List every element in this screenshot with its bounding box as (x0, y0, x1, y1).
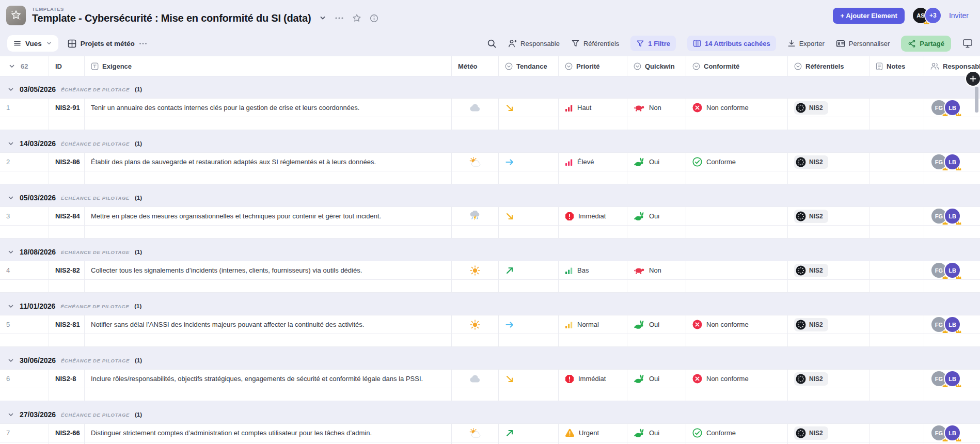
chevron-down-icon[interactable] (319, 14, 326, 22)
table-row[interactable]: 4 NIS2-82 Collecter tous les signalement… (0, 261, 980, 280)
priorite-cell[interactable]: Bas (558, 261, 627, 279)
notes-cell[interactable] (869, 370, 924, 388)
filter-referentiels-button[interactable]: Référentiels (571, 39, 619, 47)
row-id[interactable]: NIS2-82 (49, 261, 84, 279)
notes-cell[interactable] (869, 207, 924, 225)
priorite-cell[interactable]: Haut (558, 99, 627, 117)
exigence-cell[interactable]: Inclure rôles/responsabilités, objectifs… (84, 370, 451, 388)
priorite-cell[interactable]: Élevé (558, 153, 627, 171)
empty-row[interactable] (0, 117, 980, 130)
quickwin-cell[interactable]: Oui (627, 424, 686, 442)
exigence-cell[interactable]: Tenir un annuaire des contacts internes … (84, 99, 451, 117)
conformite-cell[interactable]: Conforme (686, 153, 787, 171)
tendance-cell[interactable] (498, 153, 558, 171)
chevron-down-icon[interactable] (7, 248, 14, 256)
column-header-quickwin[interactable]: Quickwin (627, 56, 686, 76)
referentiels-cell[interactable]: NIS2 (787, 153, 869, 171)
column-header-tendance[interactable]: Tendance (498, 56, 558, 76)
referentiel-tag[interactable]: NIS2 (794, 426, 828, 440)
table-row[interactable]: 2 NIS2-86 Établir des plans de sauvegard… (0, 152, 980, 171)
meteo-cell[interactable] (451, 261, 498, 279)
more-options-icon[interactable] (335, 17, 344, 20)
group-header[interactable]: 05/03/2026 ÉCHÉANCE DE PILOTAGE (1) (0, 189, 980, 207)
tendance-cell[interactable] (498, 99, 558, 117)
group-header[interactable]: 27/03/2026 ÉCHÉANCE DE PILOTAGE (1) (0, 406, 980, 423)
avatar[interactable]: LB (945, 154, 960, 169)
responsable-cell[interactable]: FGLB (924, 315, 980, 334)
referentiels-cell[interactable]: NIS2 (787, 207, 869, 225)
star-icon[interactable] (352, 13, 361, 23)
avatar[interactable]: LB (945, 425, 960, 440)
row-id[interactable]: NIS2-66 (49, 424, 84, 442)
search-icon[interactable] (487, 39, 497, 49)
monitor-icon[interactable] (962, 39, 973, 48)
avatar-overflow-count[interactable]: +3 (925, 8, 941, 23)
info-icon[interactable] (370, 14, 378, 23)
add-element-button[interactable]: + Ajouter Element (833, 8, 904, 24)
meteo-cell[interactable] (451, 370, 498, 388)
invite-button[interactable]: Inviter (949, 11, 969, 20)
template-thumbnail[interactable] (6, 6, 26, 25)
column-header-referentiels[interactable]: Référentiels (787, 56, 869, 76)
referentiels-cell[interactable]: NIS2 (787, 261, 869, 279)
meteo-cell[interactable] (451, 207, 498, 225)
empty-row[interactable] (0, 334, 980, 347)
responsable-cell[interactable]: FGLB (924, 207, 980, 225)
priorite-cell[interactable]: Urgent (558, 424, 627, 442)
shared-status-pill[interactable]: Partagé (901, 36, 951, 52)
avatar[interactable]: LB (945, 371, 960, 386)
column-header-exigence[interactable]: Exigence (84, 56, 451, 76)
row-id[interactable]: NIS2-84 (49, 207, 84, 225)
notes-cell[interactable] (869, 315, 924, 334)
responsable-cell[interactable]: FGLB (924, 370, 980, 388)
referentiel-tag[interactable]: NIS2 (794, 101, 828, 115)
avatar[interactable]: LB (945, 100, 960, 115)
priorite-cell[interactable]: Immédiat (558, 207, 627, 225)
row-id[interactable]: NIS2-86 (49, 153, 84, 171)
avatar[interactable]: FG (931, 209, 946, 224)
quickwin-cell[interactable]: Non (627, 261, 686, 279)
referentiel-tag[interactable]: NIS2 (794, 155, 828, 169)
referentiels-cell[interactable]: NIS2 (787, 424, 869, 442)
avatar[interactable]: FG (931, 425, 946, 440)
group-header[interactable]: 03/05/2026 ÉCHÉANCE DE PILOTAGE (1) (0, 81, 980, 98)
chevron-down-icon[interactable] (7, 411, 14, 418)
avatar[interactable]: FG (931, 371, 946, 386)
referentiel-tag[interactable]: NIS2 (794, 372, 828, 386)
header-collapse-all[interactable]: 62 (0, 56, 49, 76)
conformite-cell[interactable] (686, 261, 787, 279)
exigence-cell[interactable]: Mettre en place des mesures organisation… (84, 207, 451, 225)
group-header[interactable]: 14/03/2026 ÉCHÉANCE DE PILOTAGE (1) (0, 135, 980, 152)
exigence-cell[interactable]: Collecter tous les signalements d’incide… (84, 261, 451, 279)
conformite-cell[interactable]: Conforme (686, 424, 787, 442)
export-button[interactable]: Exporter (787, 39, 825, 47)
table-row[interactable]: 6 NIS2-8 Inclure rôles/responsabilités, … (0, 369, 980, 388)
group-header[interactable]: 11/01/2026 ÉCHÉANCE DE PILOTAGE (1) (0, 297, 980, 315)
notes-cell[interactable] (869, 261, 924, 279)
row-id[interactable]: NIS2-8 (49, 370, 84, 388)
responsable-cell[interactable]: FGLB (924, 261, 980, 279)
avatar[interactable]: FG (931, 154, 946, 169)
meteo-cell[interactable] (451, 424, 498, 442)
chevron-down-icon[interactable] (7, 86, 14, 93)
active-filter-pill[interactable]: 1 Filtre (630, 36, 676, 51)
tab-projets-et-meteo[interactable]: Projets et météo (68, 39, 147, 48)
quickwin-cell[interactable]: Oui (627, 207, 686, 225)
chevron-down-icon[interactable] (8, 62, 15, 70)
tendance-cell[interactable] (498, 207, 558, 225)
conformite-cell[interactable]: Non conforme (686, 370, 787, 388)
breadcrumb[interactable]: TEMPLATES (32, 7, 378, 12)
notes-cell[interactable] (869, 153, 924, 171)
conformite-cell[interactable]: Non conforme (686, 315, 787, 334)
avatar[interactable]: FG (931, 317, 946, 332)
exigence-cell[interactable]: Notifier sans délai l’ANSSI des incident… (84, 315, 451, 334)
avatar[interactable]: FG (931, 100, 946, 115)
tendance-cell[interactable] (498, 424, 558, 442)
referentiel-tag[interactable]: NIS2 (794, 264, 828, 277)
tendance-cell[interactable] (498, 370, 558, 388)
responsable-cell[interactable]: FGLB (924, 153, 980, 171)
quickwin-cell[interactable]: Non (627, 99, 686, 117)
hidden-attributes-pill[interactable]: 14 Attributs cachées (687, 36, 776, 51)
column-header-notes[interactable]: Notes (869, 56, 924, 76)
responsable-cell[interactable]: FGLB (924, 424, 980, 442)
